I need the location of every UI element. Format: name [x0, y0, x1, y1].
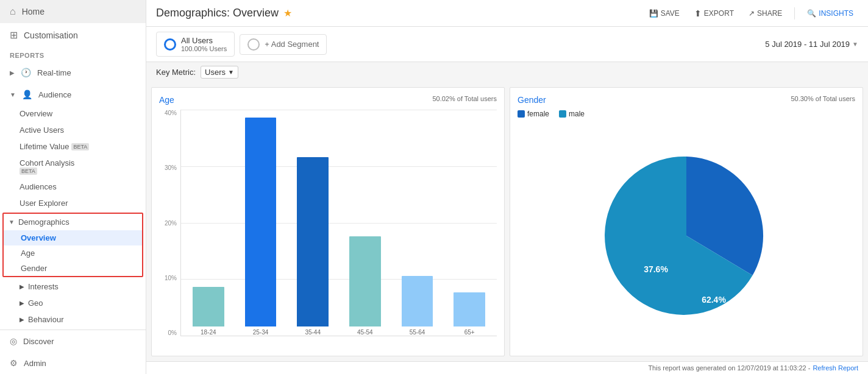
- customisation-label: Customisation: [24, 30, 78, 40]
- segment-name: All Users: [181, 36, 227, 45]
- demographics-overview[interactable]: Overview: [4, 230, 142, 245]
- star-icon[interactable]: ★: [283, 7, 292, 19]
- arrow-icon: ▶: [10, 69, 15, 76]
- gender-chart-panel: Gender 50.30% of Total users female male: [510, 87, 863, 356]
- bar-group-25-34: 25-34: [238, 110, 283, 336]
- home-label: Home: [22, 7, 44, 16]
- pie-container: 37.6% 62.4%: [518, 123, 855, 348]
- demographics-section: ▼ Demographics Overview Age Gender: [2, 213, 143, 277]
- date-range-arrow-icon: ▼: [852, 41, 858, 48]
- bar-label-18-24: 18-24: [201, 329, 216, 336]
- page-header: Demographics: Overview ★ 💾 SAVE ⬆ EXPORT…: [146, 0, 868, 27]
- sidebar-sub-item-audiences[interactable]: Audiences: [0, 178, 146, 195]
- segments-bar: All Users 100.00% Users + Add Segment: [156, 32, 327, 57]
- segment-circle-empty: [247, 38, 260, 51]
- sidebar-item-audience[interactable]: ▼ 👤 Audience: [0, 83, 146, 105]
- bar-label-55-64: 55-64: [410, 329, 425, 336]
- main-content: Demographics: Overview ★ 💾 SAVE ⬆ EXPORT…: [146, 0, 868, 374]
- sidebar-sub-item-active-users[interactable]: Active Users: [0, 122, 146, 138]
- segment-pct: 100.00% Users: [181, 45, 227, 52]
- insights-button[interactable]: 🔍 INSIGHTS: [802, 7, 858, 20]
- age-chart-header: Age 50.02% of Total users: [159, 95, 497, 105]
- y-axis: 40% 30% 20% 10% 0%: [159, 110, 180, 336]
- sidebar-section-interests[interactable]: ▶ Interests: [0, 278, 146, 295]
- audience-label: Audience: [38, 90, 71, 99]
- key-metric-label: Key Metric:: [156, 68, 196, 77]
- sidebar-item-realtime[interactable]: ▶ 🕐 Real-time: [0, 62, 146, 83]
- age-chart-subtitle: 50.02% of Total users: [432, 95, 497, 102]
- interests-label: Interests: [28, 282, 59, 291]
- clock-icon: 🕐: [21, 68, 31, 77]
- segment-circle: [164, 38, 176, 51]
- save-icon: 💾: [649, 9, 658, 18]
- bar-55-64[interactable]: [402, 276, 433, 326]
- bar-label-35-44: 35-44: [305, 329, 321, 336]
- sidebar-sub-item-cohort-analysis[interactable]: Cohort Analysis BETA: [0, 155, 146, 178]
- sidebar-item-home[interactable]: ⌂ Home: [0, 0, 146, 23]
- bar-group-45-54: 45-54: [343, 110, 388, 336]
- bar-65+[interactable]: [454, 292, 485, 326]
- gear-icon: ⚙: [10, 358, 18, 368]
- share-button[interactable]: ↗ SHARE: [744, 7, 787, 20]
- demographics-label: Demographics: [18, 217, 69, 227]
- admin-label: Admin: [24, 359, 46, 368]
- sidebar-item-discover[interactable]: ◎ Discover: [0, 330, 146, 352]
- age-chart-panel: Age 50.02% of Total users 40% 30% 20% 10…: [151, 87, 505, 356]
- female-legend-label: female: [527, 110, 549, 118]
- date-range-text: 5 Jul 2019 - 11 Jul 2019: [765, 40, 850, 49]
- add-segment-button[interactable]: + Add Segment: [240, 34, 327, 55]
- female-legend-dot: [518, 110, 525, 118]
- sidebar: ⌂ Home ⊞ Customisation REPORTS ▶ 🕐 Real-…: [0, 0, 146, 374]
- save-button[interactable]: 💾 SAVE: [644, 7, 685, 20]
- header-left: Demographics: Overview ★: [156, 7, 292, 19]
- geo-arrow-icon: ▶: [20, 300, 24, 306]
- export-button[interactable]: ⬆ EXPORT: [689, 6, 739, 21]
- bar-group-18-24: 18-24: [186, 110, 231, 336]
- share-label: SHARE: [757, 9, 782, 18]
- age-chart-title: Age: [159, 95, 174, 105]
- demographics-gender[interactable]: Gender: [4, 261, 142, 276]
- bar-45-54[interactable]: [349, 236, 381, 326]
- header-divider: [794, 7, 795, 19]
- date-range-picker[interactable]: 5 Jul 2019 - 11 Jul 2019 ▼: [765, 40, 858, 49]
- person-icon: 👤: [22, 90, 32, 99]
- female-pct-label: 37.6%: [644, 264, 668, 274]
- sidebar-section-behaviour[interactable]: ▶ Behaviour: [0, 311, 146, 328]
- metric-value: Users: [205, 68, 226, 77]
- metric-select[interactable]: Users ▼: [201, 66, 238, 79]
- pie-legend: female male: [518, 110, 855, 118]
- charts-area: Age 50.02% of Total users 40% 30% 20% 10…: [146, 82, 868, 361]
- discover-label: Discover: [23, 337, 54, 346]
- footer: This report was generated on 12/07/2019 …: [146, 361, 868, 374]
- share-icon: ↗: [749, 9, 755, 18]
- sidebar-sub-item-lifetime-value[interactable]: Lifetime Value BETA: [0, 138, 146, 155]
- bar-18-24[interactable]: [193, 287, 224, 326]
- gender-chart-header: Gender 50.30% of Total users: [518, 95, 855, 105]
- sidebar-item-customisation[interactable]: ⊞ Customisation: [0, 23, 146, 47]
- demographics-header[interactable]: ▼ Demographics: [4, 214, 142, 230]
- sidebar-sub-item-overview[interactable]: Overview: [0, 105, 146, 122]
- page-title: Demographics: Overview: [156, 7, 279, 19]
- bar-35-44[interactable]: [297, 157, 329, 326]
- male-legend-label: male: [569, 110, 585, 118]
- sidebar-sub-item-user-explorer[interactable]: User Explorer: [0, 195, 146, 211]
- age-bar-chart: 40% 30% 20% 10% 0%: [159, 110, 497, 348]
- home-icon: ⌂: [10, 6, 16, 17]
- bar-group-35-44: 35-44: [290, 110, 335, 336]
- metric-dropdown-icon: ▼: [228, 69, 234, 76]
- bar-25-34[interactable]: [245, 118, 277, 326]
- demographics-arrow-icon: ▼: [9, 219, 15, 225]
- cohort-beta-badge: BETA: [20, 168, 37, 175]
- legend-female: female: [518, 110, 549, 118]
- male-legend-dot: [559, 110, 566, 118]
- sidebar-section-geo[interactable]: ▶ Geo: [0, 295, 146, 311]
- add-segment-label: + Add Segment: [265, 40, 319, 49]
- discover-icon: ◎: [10, 336, 17, 346]
- down-arrow-icon: ▼: [10, 91, 16, 98]
- bar-group-55-64: 55-64: [395, 110, 440, 336]
- refresh-report-link[interactable]: Refresh Report: [813, 364, 858, 372]
- demographics-age[interactable]: Age: [4, 245, 142, 261]
- sidebar-item-admin[interactable]: ⚙ Admin: [0, 352, 146, 374]
- segment-info: All Users 100.00% Users: [181, 36, 227, 52]
- all-users-segment[interactable]: All Users 100.00% Users: [156, 32, 235, 57]
